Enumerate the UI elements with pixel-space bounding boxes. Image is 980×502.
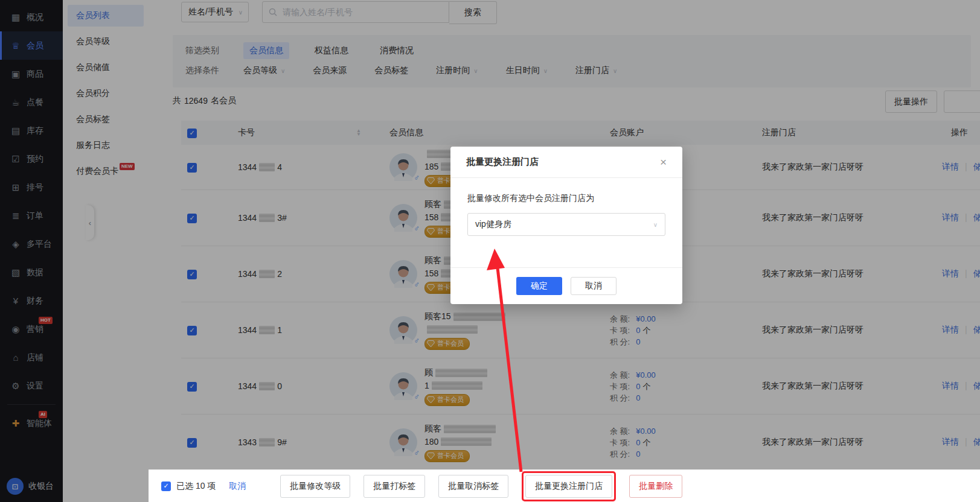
annotation-highlight-box: 批量更换注册门店 bbox=[522, 471, 616, 501]
batch-change-store-button[interactable]: 批量更换注册门店 bbox=[525, 475, 612, 498]
batch-remove-tag-button[interactable]: 批量取消标签 bbox=[438, 475, 508, 498]
batch-change-store-modal: 批量更换注册门店 × 批量修改所有选中会员注册门店为 vip健身房 ∨ 确定 取… bbox=[450, 147, 682, 304]
chevron-down-icon: ∨ bbox=[653, 221, 658, 228]
selection-checkbox[interactable]: ✓ bbox=[161, 481, 171, 491]
batch-delete-button[interactable]: 批量删除 bbox=[629, 475, 682, 498]
cancel-button[interactable]: 取消 bbox=[571, 277, 617, 295]
store-select[interactable]: vip健身房 ∨ bbox=[467, 213, 665, 236]
store-select-value: vip健身房 bbox=[475, 219, 511, 230]
batch-modify-level-button[interactable]: 批量修改等级 bbox=[280, 475, 350, 498]
modal-body-label: 批量修改所有选中会员注册门店为 bbox=[467, 193, 665, 204]
close-icon[interactable]: × bbox=[660, 156, 667, 168]
batch-add-tag-button[interactable]: 批量打标签 bbox=[363, 475, 425, 498]
batch-action-bar: ✓ 已选 10 项 取消 批量修改等级 批量打标签 批量取消标签 批量更换注册门… bbox=[149, 469, 980, 502]
confirm-button[interactable]: 确定 bbox=[516, 277, 562, 295]
deselect-link[interactable]: 取消 bbox=[229, 481, 246, 492]
selected-count-text: 已选 10 项 bbox=[176, 481, 216, 492]
modal-title: 批量更换注册门店 bbox=[466, 156, 539, 168]
